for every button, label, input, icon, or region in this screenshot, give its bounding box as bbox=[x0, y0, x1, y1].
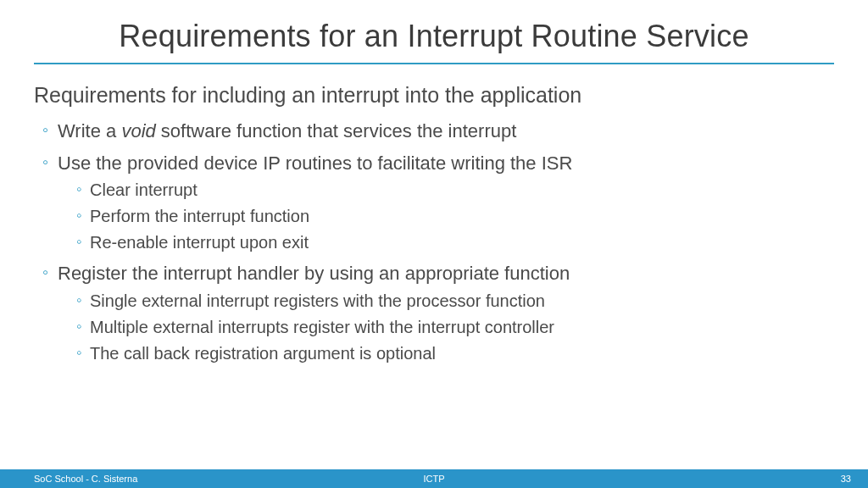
slide-number: 33 bbox=[841, 474, 851, 484]
list-item: Multiple external interrupts register wi… bbox=[76, 317, 834, 338]
bullet-text: Use the provided device IP routines to f… bbox=[58, 152, 572, 174]
list-item: Use the provided device IP routines to f… bbox=[42, 152, 834, 254]
slide-title: Requirements for an Interrupt Routine Se… bbox=[0, 0, 868, 54]
sub-list: Clear interrupt Perform the interrupt fu… bbox=[58, 180, 834, 253]
slide: Requirements for an Interrupt Routine Se… bbox=[0, 0, 868, 488]
sub-list: Single external interrupt registers with… bbox=[58, 291, 834, 364]
bullet-list: Write a void software function that serv… bbox=[34, 119, 834, 364]
list-item: The call back registration argument is o… bbox=[76, 343, 834, 364]
bullet-text-prefix: Write a bbox=[58, 120, 121, 141]
list-item: Perform the interrupt function bbox=[76, 206, 834, 227]
footer-bar: SoC School - C. Sisterna ICTP 33 bbox=[0, 469, 868, 488]
list-item: Clear interrupt bbox=[76, 180, 834, 201]
list-item: Single external interrupt registers with… bbox=[76, 291, 834, 312]
lead-text: Requirements for including an interrupt … bbox=[34, 83, 834, 108]
bullet-text-emph: void bbox=[121, 120, 155, 141]
list-item: Re-enable interrupt upon exit bbox=[76, 232, 834, 253]
bullet-text: Register the interrupt handler by using … bbox=[58, 263, 570, 284]
slide-body: Requirements for including an interrupt … bbox=[0, 64, 868, 364]
list-item: Register the interrupt handler by using … bbox=[42, 262, 834, 364]
list-item: Write a void software function that serv… bbox=[42, 119, 834, 143]
footer-left: SoC School - C. Sisterna bbox=[34, 474, 137, 484]
bullet-text-suffix: software function that services the inte… bbox=[156, 120, 517, 141]
